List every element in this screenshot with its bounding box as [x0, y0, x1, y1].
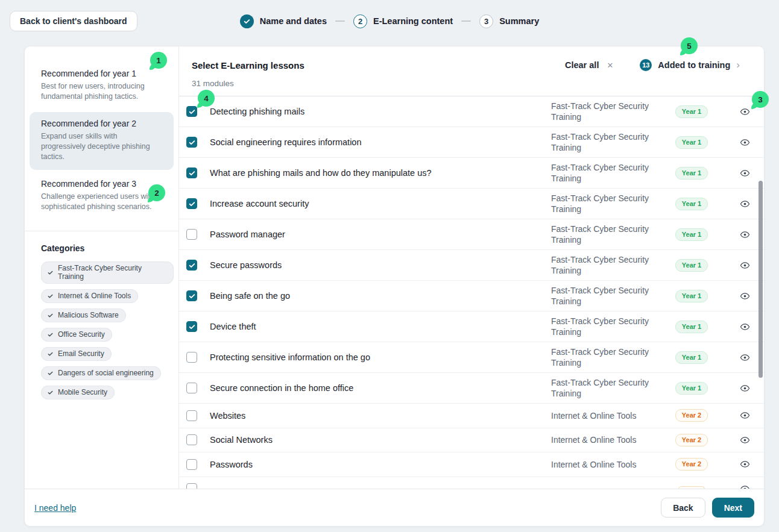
category-chip-list: Fast-Track Cyber Security Training Inter…: [30, 261, 174, 405]
year-badge: Year 2: [675, 409, 708, 422]
checkmark-icon: [188, 292, 196, 300]
recommendation-title: Recommended for year 1: [41, 69, 162, 78]
lesson-checkbox[interactable]: [186, 137, 197, 148]
eye-icon: [740, 459, 750, 469]
preview-button[interactable]: [734, 459, 755, 469]
eye-icon: [740, 291, 750, 301]
lesson-category: Fast-Track Cyber Security Training: [551, 131, 649, 153]
category-filter-chip[interactable]: Malicious Software: [41, 308, 126, 322]
checkmark-icon: [188, 323, 196, 331]
category-chip-label: Mobile Security: [58, 388, 107, 396]
check-icon: [47, 293, 54, 299]
clear-all-button[interactable]: Clear all ✕: [565, 60, 613, 70]
year-badge: Year 1: [675, 228, 708, 241]
lesson-row: Device theft Fast-Track Cyber Security T…: [179, 311, 764, 342]
year-badge: Year 2: [675, 458, 708, 471]
lesson-title: Passwords: [197, 460, 551, 469]
preview-button[interactable]: [734, 260, 755, 271]
clear-all-x-icon: ✕: [607, 61, 613, 70]
category-filter-chip[interactable]: Fast-Track Cyber Security Training: [41, 261, 174, 284]
year-badge: Year 1: [675, 167, 708, 180]
added-to-training-link[interactable]: 13 Added to training ›: [640, 59, 740, 71]
category-filter-chip[interactable]: Internet & Online Tools: [41, 289, 138, 303]
lesson-row: Secure connection in the home office Fas…: [179, 373, 764, 404]
lesson-category: Fast-Track Cyber Security Training: [551, 162, 649, 184]
year-badge: Year 1: [675, 351, 708, 364]
annotation-badge-4: 4: [198, 90, 215, 107]
eye-icon: [740, 230, 750, 240]
lesson-title: Detecting phishing mails: [197, 107, 551, 116]
step-name-and-dates[interactable]: Name and dates: [240, 14, 327, 28]
lesson-row: Detecting phishing mails Fast-Track Cybe…: [179, 96, 764, 127]
step-elearning-content[interactable]: 2 E-Learning content: [353, 14, 453, 28]
added-to-training-label: Added to training: [658, 60, 730, 70]
lesson-row: Secure passwords Fast-Track Cyber Securi…: [179, 250, 764, 281]
lesson-title: Device theft: [197, 322, 551, 331]
preview-button[interactable]: [734, 484, 755, 489]
preview-button[interactable]: [734, 435, 755, 445]
annotation-badge-3: 3: [752, 91, 769, 108]
step-label: Summary: [499, 16, 539, 26]
preview-button[interactable]: [734, 168, 755, 178]
category-filter-chip[interactable]: Dangers of social engineering: [41, 366, 161, 380]
preview-button[interactable]: [734, 230, 755, 240]
main-header: Select E-Learning lessons Clear all ✕ 13…: [179, 46, 764, 96]
lesson-checkbox[interactable]: [186, 483, 197, 489]
lesson-checkbox[interactable]: [186, 198, 197, 209]
lesson-title: Websites: [197, 411, 551, 421]
preview-button[interactable]: [734, 322, 755, 332]
category-filter-chip[interactable]: Office Security: [41, 328, 112, 342]
lesson-checkbox[interactable]: [186, 167, 197, 178]
eye-icon: [740, 352, 750, 363]
lesson-row: Being safe on the go Fast-Track Cyber Se…: [179, 281, 764, 311]
main-panel: Select E-Learning lessons Clear all ✕ 13…: [179, 46, 764, 489]
step-number: 3: [479, 14, 493, 28]
next-button[interactable]: Next: [712, 498, 754, 518]
wizard-card: Recommended for year 1 Best for new user…: [24, 46, 765, 527]
step-summary[interactable]: 3 Summary: [479, 14, 539, 28]
lesson-title: Being safe on the go: [197, 291, 551, 301]
modules-count: 31 modules: [192, 79, 753, 88]
preview-button[interactable]: [734, 199, 755, 209]
sidebar-divider: [25, 231, 178, 231]
category-chip-label: Office Security: [58, 330, 105, 339]
lesson-row: Increase account security Fast-Track Cyb…: [179, 189, 764, 219]
lesson-checkbox[interactable]: [186, 383, 197, 393]
recommendation-description: Best for new users, introducing fundamen…: [41, 81, 162, 102]
preview-button[interactable]: [734, 352, 755, 363]
eye-icon: [740, 199, 750, 209]
lesson-row: Social engineering requires information …: [179, 127, 764, 158]
lesson-checkbox[interactable]: [186, 229, 197, 240]
back-button[interactable]: Back: [661, 498, 705, 518]
lesson-title: Social engineering requires information: [197, 137, 551, 147]
preview-button[interactable]: [734, 291, 755, 301]
lesson-checkbox[interactable]: [186, 459, 197, 470]
recommendation-item[interactable]: Recommended for year 2 Expand user skill…: [30, 112, 174, 170]
lesson-category: Internet & Online Tools: [551, 410, 649, 421]
lesson-checkbox[interactable]: [186, 260, 197, 271]
lesson-checkbox[interactable]: [186, 352, 197, 363]
eye-icon: [740, 484, 750, 489]
lesson-title: What are phishing mails and how do they …: [197, 168, 551, 178]
category-filter-chip[interactable]: Email Security: [41, 347, 112, 361]
lesson-checkbox[interactable]: [186, 410, 197, 421]
lesson-category: Fast-Track Cyber Security Training: [551, 224, 649, 245]
lesson-checkbox[interactable]: [186, 290, 197, 301]
preview-button[interactable]: [734, 410, 755, 421]
lesson-category: Internet & Online Tools: [551, 434, 649, 445]
lesson-checkbox[interactable]: [186, 106, 197, 117]
lesson-checkbox[interactable]: [186, 321, 197, 332]
preview-button[interactable]: [734, 383, 755, 393]
step-separator: [335, 20, 345, 22]
scrollbar-thumb[interactable]: [758, 181, 763, 378]
category-filter-chip[interactable]: Mobile Security: [41, 386, 115, 399]
check-icon: [47, 351, 54, 357]
help-link[interactable]: I need help: [34, 503, 76, 513]
lesson-checkbox[interactable]: [186, 434, 197, 445]
lesson-title: Secure passwords: [197, 260, 551, 270]
annotation-badge-1: 1: [150, 52, 167, 69]
step-number: 2: [353, 14, 367, 28]
lesson-category: Fast-Track Cyber Security Training: [551, 377, 649, 399]
preview-button[interactable]: [734, 137, 755, 148]
eye-icon: [740, 410, 750, 421]
